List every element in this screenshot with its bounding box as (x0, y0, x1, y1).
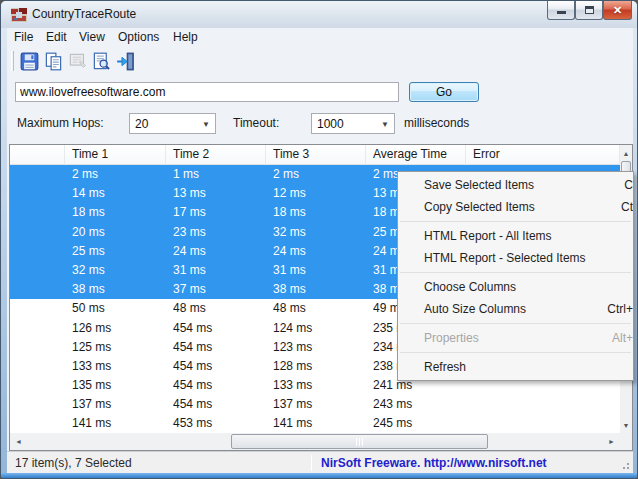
context-menu-item-refresh[interactable]: Refresh (398, 356, 633, 378)
cell-time1: 25 ms (65, 242, 166, 261)
window-frame-bottom (1, 473, 638, 479)
menu-file[interactable]: File (14, 30, 33, 44)
cell-time1: 137 ms (65, 395, 166, 414)
cell-time1: 135 ms (65, 376, 166, 395)
column-header-time-1[interactable]: Time 1 (65, 145, 166, 165)
menu-item-label: Choose Columns (424, 280, 516, 294)
cell-time3: 31 ms (266, 261, 366, 280)
cell-time2: 454 ms (166, 376, 266, 395)
cell-blank (10, 338, 65, 357)
cell-time3: 24 ms (266, 242, 366, 261)
context-menu-item-html-report-selected-items[interactable]: HTML Report - Selected Items (398, 247, 633, 269)
app-window: CountryTraceRoute ✕ FileEditViewOptionsH… (0, 0, 638, 479)
menu-separator (398, 269, 633, 276)
horizontal-scrollbar[interactable]: ◄ ► (10, 433, 620, 450)
chevron-down-icon: ▼ (202, 120, 210, 129)
cell-time1: 14 ms (65, 184, 166, 203)
cell-time2: 13 ms (166, 184, 266, 203)
menu-options[interactable]: Options (118, 30, 159, 44)
menu-view[interactable]: View (79, 30, 105, 44)
context-menu-item-properties: PropertiesAlt+ (398, 327, 633, 349)
cell-time3: 124 ms (266, 319, 366, 338)
table-header: Time 1Time 2Time 3Average TimeError (10, 145, 620, 165)
menu-separator (398, 218, 633, 225)
horizontal-scrollbar-thumb[interactable] (231, 434, 488, 449)
save-icon (20, 52, 39, 71)
context-menu-item-save-selected-items[interactable]: Save Selected ItemsC (398, 174, 633, 196)
cell-time2: 17 ms (166, 203, 266, 222)
minimize-icon (557, 11, 566, 14)
nirsoft-freeware-link[interactable]: NirSoft Freeware. http://www.nirsoft.net (321, 456, 547, 470)
cell-time3: 12 ms (266, 184, 366, 203)
cell-time2: 454 ms (166, 338, 266, 357)
chevron-down-icon: ▼ (381, 120, 389, 129)
cell-blank (10, 203, 65, 222)
cell-time2: 454 ms (166, 395, 266, 414)
context-menu-item-auto-size-columns[interactable]: Auto Size ColumnsCtrl+ (398, 298, 633, 320)
cell-time2: 24 ms (166, 242, 266, 261)
scroll-left-icon[interactable]: ◄ (10, 433, 27, 450)
save-toolbar-button[interactable] (18, 50, 40, 72)
properties-icon (68, 52, 87, 71)
title-bar[interactable]: CountryTraceRoute ✕ (1, 1, 638, 28)
close-icon: ✕ (613, 4, 622, 17)
minimize-button[interactable] (547, 1, 575, 20)
resize-grip-icon[interactable] (620, 460, 630, 470)
context-menu: Save Selected ItemsCCopy Selected ItemsC… (397, 171, 634, 381)
cell-time3: 123 ms (266, 338, 366, 357)
table-row[interactable]: 141 ms453 ms141 ms245 ms (10, 414, 620, 433)
cell-time1: 18 ms (65, 203, 166, 222)
go-button-label: Go (436, 85, 452, 99)
scroll-right-icon[interactable]: ► (603, 433, 620, 450)
menu-item-shortcut: Ctrl+ (607, 302, 633, 316)
menu-help[interactable]: Help (173, 30, 198, 44)
column-header-blank[interactable] (10, 145, 65, 165)
cell-time2: 454 ms (166, 357, 266, 376)
copy-toolbar-button[interactable] (42, 50, 64, 72)
context-menu-item-choose-columns[interactable]: Choose Columns (398, 276, 633, 298)
url-input[interactable] (15, 82, 399, 102)
cell-error (466, 414, 620, 433)
cell-time2: 48 ms (166, 299, 266, 318)
scrollbar-corner (620, 433, 632, 450)
copy-icon (44, 52, 63, 71)
cell-time2: 31 ms (166, 261, 266, 280)
cell-time1: 38 ms (65, 280, 166, 299)
html-report-icon (92, 52, 111, 71)
timeout-dropdown[interactable]: 1000 ▼ (311, 113, 395, 134)
menu-item-shortcut: Alt+ (612, 331, 633, 345)
cell-time2: 454 ms (166, 319, 266, 338)
context-menu-item-html-report-all-items[interactable]: HTML Report - All Items (398, 225, 633, 247)
cell-time3: 48 ms (266, 299, 366, 318)
exit-icon (116, 52, 135, 71)
cell-time3: 2 ms (266, 165, 366, 184)
maximize-button[interactable] (575, 1, 603, 20)
close-button[interactable]: ✕ (603, 1, 632, 20)
toolbar (7, 47, 633, 75)
html-report-toolbar-button[interactable] (90, 50, 112, 72)
max-hops-dropdown[interactable]: 20 ▼ (129, 113, 216, 134)
menu-bar: FileEditViewOptionsHelp (7, 28, 633, 47)
milliseconds-label: milliseconds (404, 116, 469, 130)
cell-blank (10, 242, 65, 261)
max-hops-value: 20 (135, 117, 148, 131)
column-header-average-time[interactable]: Average Time (366, 145, 466, 165)
exit-toolbar-button[interactable] (114, 50, 136, 72)
context-menu-item-copy-selected-items[interactable]: Copy Selected ItemsCt (398, 196, 633, 218)
cell-time3: 133 ms (266, 376, 366, 395)
cell-time1: 133 ms (65, 357, 166, 376)
table-row[interactable]: 137 ms454 ms137 ms243 ms (10, 395, 620, 414)
cell-time1: 32 ms (65, 261, 166, 280)
column-header-time-3[interactable]: Time 3 (266, 145, 366, 165)
go-button[interactable]: Go (409, 82, 479, 102)
menu-item-label: Copy Selected Items (424, 200, 535, 214)
cell-blank (10, 165, 65, 184)
window-title: CountryTraceRoute (32, 7, 136, 21)
app-icon (11, 8, 27, 22)
column-header-time-2[interactable]: Time 2 (166, 145, 266, 165)
scroll-up-icon[interactable]: ▲ (620, 145, 632, 161)
column-header-error[interactable]: Error (466, 145, 620, 165)
menu-edit[interactable]: Edit (46, 30, 67, 44)
cell-time3: 38 ms (266, 280, 366, 299)
scroll-down-icon[interactable]: ▼ (620, 417, 632, 433)
